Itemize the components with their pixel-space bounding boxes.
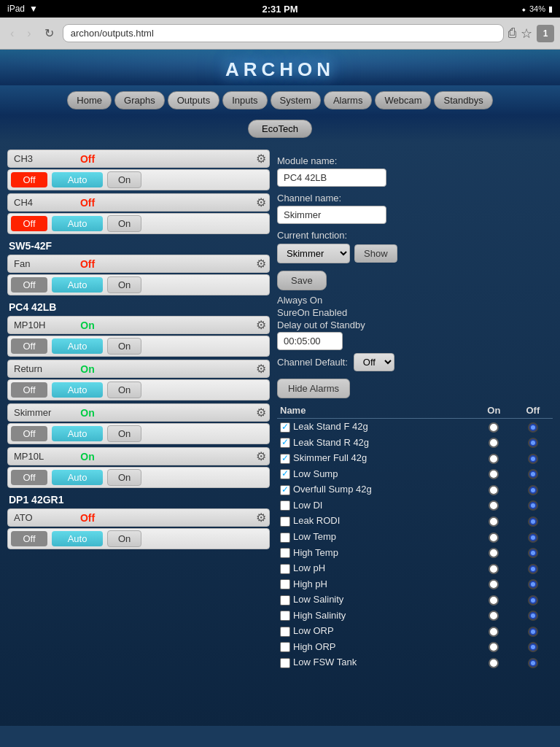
ch4-on-button[interactable]: On <box>107 215 141 232</box>
nav-graphs[interactable]: Graphs <box>114 91 165 109</box>
alarm-on-radio[interactable] <box>489 438 499 448</box>
share-button[interactable]: ⎙ <box>508 26 516 41</box>
alarm-off-radio[interactable] <box>528 658 538 668</box>
alarm-off-radio[interactable] <box>528 548 538 558</box>
alarm-off-radio[interactable] <box>528 611 538 621</box>
alarm-off-radio[interactable] <box>528 438 538 448</box>
nav-inputs[interactable]: Inputs <box>222 91 267 109</box>
mp10h-off-button[interactable]: Off <box>11 338 47 354</box>
address-bar[interactable]: archon/outputs.html <box>63 24 504 42</box>
mp10l-gear-button[interactable]: ⚙ <box>256 449 266 463</box>
return-off-button[interactable]: Off <box>11 382 47 398</box>
ch3-gear-button[interactable]: ⚙ <box>256 152 266 166</box>
alarm-off-radio[interactable] <box>528 579 538 589</box>
ch3-off-button[interactable]: Off <box>11 172 47 187</box>
mp10h-gear-button[interactable]: ⚙ <box>256 318 266 332</box>
alarm-checkbox[interactable] <box>280 500 290 511</box>
alarm-checkbox[interactable] <box>280 454 290 464</box>
mp10l-off-button[interactable]: Off <box>11 470 47 485</box>
alarm-off-radio[interactable] <box>528 516 538 527</box>
alarm-off-radio[interactable] <box>528 422 538 433</box>
nav-standbys[interactable]: Standbys <box>434 91 492 109</box>
mp10l-auto-button[interactable]: Auto <box>52 470 103 485</box>
skimmer-on-button[interactable]: On <box>107 425 141 442</box>
tab-count[interactable]: 1 <box>537 25 554 42</box>
mp10h-on-button[interactable]: On <box>107 338 141 355</box>
alarm-on-radio[interactable] <box>489 516 499 527</box>
alarm-off-radio[interactable] <box>528 642 538 652</box>
alarm-on-radio[interactable] <box>489 500 499 511</box>
alarm-checkbox[interactable] <box>280 642 290 652</box>
return-on-button[interactable]: On <box>107 382 141 398</box>
alarm-on-radio[interactable] <box>489 611 499 621</box>
ch4-auto-button[interactable]: Auto <box>52 216 103 231</box>
alarm-checkbox[interactable] <box>280 579 290 589</box>
alarm-checkbox[interactable] <box>280 564 290 574</box>
alarm-checkbox[interactable] <box>280 516 290 527</box>
alarm-checkbox[interactable] <box>280 611 290 621</box>
skimmer-gear-button[interactable]: ⚙ <box>256 406 266 419</box>
alarm-on-radio[interactable] <box>489 564 499 574</box>
fan-on-button[interactable]: On <box>107 276 141 293</box>
alarm-on-radio[interactable] <box>489 642 499 652</box>
ato-off-button[interactable]: Off <box>11 531 47 546</box>
alarm-checkbox[interactable] <box>280 485 290 495</box>
ch3-auto-button[interactable]: Auto <box>52 172 103 187</box>
skimmer-off-button[interactable]: Off <box>11 426 47 441</box>
alarm-off-radio[interactable] <box>528 500 538 511</box>
delay-time-input[interactable] <box>277 332 343 350</box>
ch4-gear-button[interactable]: ⚙ <box>256 196 266 209</box>
channel-default-select[interactable]: Off On <box>354 353 394 371</box>
channel-name-input[interactable] <box>277 206 386 224</box>
return-auto-button[interactable]: Auto <box>52 382 103 398</box>
nav-alarms[interactable]: Alarms <box>324 91 372 109</box>
bookmark-button[interactable]: ☆ <box>521 26 532 42</box>
alarm-off-radio[interactable] <box>528 533 538 543</box>
ato-auto-button[interactable]: Auto <box>52 531 103 546</box>
alarm-on-radio[interactable] <box>489 579 499 589</box>
mp10l-on-button[interactable]: On <box>107 469 141 486</box>
refresh-button[interactable]: ↻ <box>40 25 58 42</box>
alarm-on-radio[interactable] <box>489 533 499 543</box>
alarm-off-radio[interactable] <box>528 627 538 637</box>
nav-webcam[interactable]: Webcam <box>375 91 431 109</box>
hide-alarms-button[interactable]: Hide Alarms <box>277 379 350 398</box>
function-select[interactable]: Skimmer <box>277 244 350 263</box>
alarm-checkbox[interactable] <box>280 438 290 448</box>
ato-gear-button[interactable]: ⚙ <box>256 511 266 525</box>
alarm-on-radio[interactable] <box>489 485 499 495</box>
module-name-input[interactable] <box>277 169 386 187</box>
alarm-on-radio[interactable] <box>489 469 499 479</box>
fan-auto-button[interactable]: Auto <box>52 277 103 293</box>
fan-gear-button[interactable]: ⚙ <box>256 257 266 271</box>
alarm-on-radio[interactable] <box>489 422 499 433</box>
alarm-off-radio[interactable] <box>528 595 538 605</box>
alarm-on-radio[interactable] <box>489 658 499 668</box>
ch4-off-button[interactable]: Off <box>11 216 47 231</box>
alarm-on-radio[interactable] <box>489 548 499 558</box>
save-button[interactable]: Save <box>277 271 327 290</box>
nav-outputs[interactable]: Outputs <box>168 91 220 109</box>
alarm-checkbox[interactable] <box>280 627 290 637</box>
alarm-checkbox[interactable] <box>280 595 290 605</box>
nav-home[interactable]: Home <box>67 91 112 109</box>
alarm-on-radio[interactable] <box>489 454 499 464</box>
alarm-checkbox[interactable] <box>280 548 290 558</box>
alarm-on-radio[interactable] <box>489 627 499 637</box>
alarm-checkbox[interactable] <box>280 533 290 543</box>
mp10h-auto-button[interactable]: Auto <box>52 338 103 354</box>
skimmer-auto-button[interactable]: Auto <box>52 426 103 441</box>
ch3-on-button[interactable]: On <box>107 171 141 188</box>
forward-button[interactable]: › <box>23 26 35 42</box>
alarm-off-radio[interactable] <box>528 454 538 464</box>
alarm-off-radio[interactable] <box>528 469 538 479</box>
ecotech-button[interactable]: EcoTech <box>248 120 312 138</box>
alarm-off-radio[interactable] <box>528 485 538 495</box>
show-button[interactable]: Show <box>354 244 397 263</box>
return-gear-button[interactable]: ⚙ <box>256 362 266 376</box>
alarm-checkbox[interactable] <box>280 658 290 668</box>
alarm-checkbox[interactable] <box>280 469 290 479</box>
ato-on-button[interactable]: On <box>107 530 141 547</box>
alarm-checkbox[interactable] <box>280 422 290 433</box>
alarm-off-radio[interactable] <box>528 564 538 574</box>
